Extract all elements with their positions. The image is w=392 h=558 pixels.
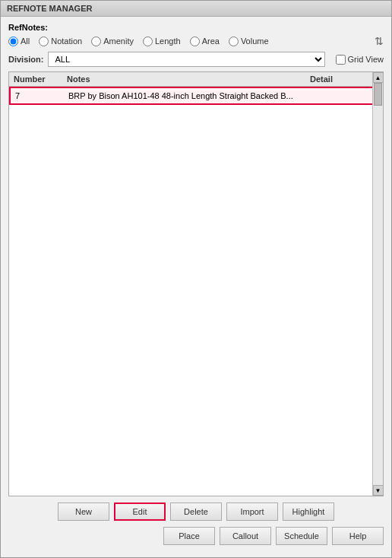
scroll-down-arrow[interactable]: ▼ [373,485,384,496]
radio-area[interactable]: Area [190,36,220,46]
grid-view-label: Grid View [348,55,384,64]
scrollbar[interactable]: ▲ ▼ [372,72,383,496]
place-button[interactable]: Place [163,527,215,545]
new-button[interactable]: New [58,503,109,521]
table-header: Number Notes Detail [9,72,383,87]
scroll-thumb-area [373,83,383,485]
bottom-button-row: New Edit Delete Import Highlight [8,496,384,524]
radio-notation[interactable]: Notation [39,36,82,46]
col-number: Number [12,74,65,84]
grid-view-checkbox-label[interactable]: Grid View [336,55,384,65]
row-notes: BRP by Bison AH101-48 48-inch Length Str… [67,90,318,101]
action-button-row: Place Callout Schedule Help [8,524,384,551]
filter-radio-row: All Notation Amenity Length Area Volume [8,35,384,47]
window-title: REFNOTE MANAGER [7,4,92,13]
division-label: Division: [8,55,43,64]
help-button[interactable]: Help [332,527,384,545]
division-select[interactable]: ALL [48,52,324,67]
table-row[interactable]: 7 BRP by Bison AH101-48 48-inch Length S… [9,87,383,105]
notes-table: Number Notes Detail 7 BRP by Bison AH101… [8,71,384,496]
scroll-thumb[interactable] [374,83,382,106]
radio-volume[interactable]: Volume [229,36,269,46]
title-bar: REFNOTE MANAGER [1,1,391,17]
edit-button[interactable]: Edit [114,503,166,521]
highlight-button[interactable]: Highlight [283,503,334,521]
refnote-manager-window: REFNOTE MANAGER RefNotes: All Notation A… [0,0,392,558]
callout-button[interactable]: Callout [220,527,271,545]
radio-length[interactable]: Length [143,36,181,46]
main-content: RefNotes: All Notation Amenity Length Ar… [1,17,391,557]
radio-all[interactable]: All [8,36,30,46]
grid-view-checkbox[interactable] [336,55,346,65]
division-row: Division: ALL Grid View [8,52,384,67]
radio-amenity[interactable]: Amenity [91,36,134,46]
col-detail: Detail [308,74,369,84]
filter-sort-icon[interactable]: ⇅ [375,35,384,47]
refnotes-label: RefNotes: [8,23,384,32]
row-number: 7 [14,90,67,101]
row-detail [318,90,378,101]
scroll-up-arrow[interactable]: ▲ [373,72,384,83]
delete-button[interactable]: Delete [170,503,222,521]
schedule-button[interactable]: Schedule [276,527,327,545]
table-body: 7 BRP by Bison AH101-48 48-inch Length S… [9,87,383,496]
col-notes: Notes [65,74,308,84]
import-button[interactable]: Import [226,503,278,521]
